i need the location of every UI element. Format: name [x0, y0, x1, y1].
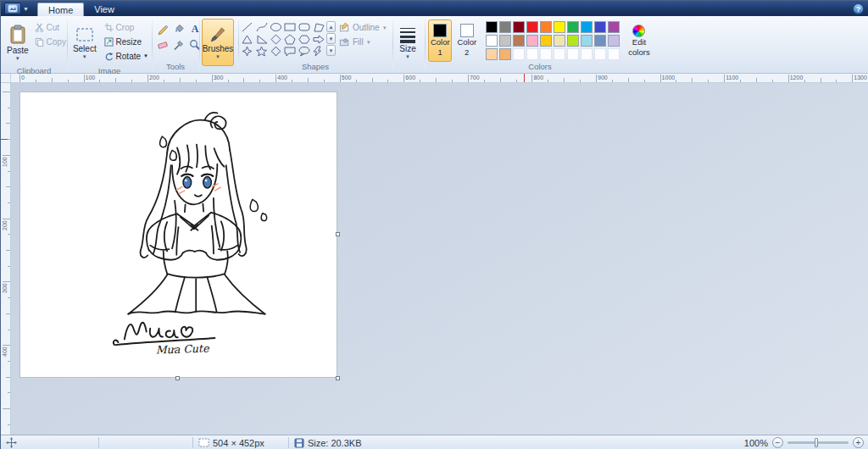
group-brushes: Brushes ▼ [201, 16, 236, 73]
canvas-resize-handle-bottom[interactable] [175, 376, 180, 380]
eyedropper-icon [173, 39, 185, 51]
palette-swatch[interactable] [581, 21, 593, 33]
status-bar: 504 × 452px Size: 20.3KB 100% − + [1, 435, 868, 449]
drawing-girl: Mưa Cute [20, 92, 337, 377]
canvas-area[interactable]: Mưa Cute [11, 83, 868, 435]
palette-swatch[interactable] [486, 21, 498, 33]
paste-dropdown-icon: ▼ [15, 56, 20, 61]
palette-swatch-empty[interactable] [567, 48, 579, 60]
zoom-controls: 100% − + [744, 435, 864, 449]
palette-swatch-empty[interactable] [608, 48, 620, 60]
palette-swatch[interactable] [554, 35, 565, 47]
fill-button[interactable]: Fill ▼ [339, 36, 387, 47]
palette-swatch-empty[interactable] [540, 48, 552, 60]
eraser-tool-button[interactable] [155, 37, 170, 53]
size-button[interactable]: Size ▼ [394, 19, 421, 66]
canvas-resize-handle-right[interactable] [336, 232, 340, 236]
palette-swatch[interactable] [581, 35, 593, 47]
palette-swatch[interactable] [499, 48, 511, 60]
outline-icon [339, 22, 350, 33]
group-label-shapes: Shapes [240, 62, 391, 73]
brushes-dropdown-icon: ▼ [215, 54, 220, 59]
group-label-tools: Tools [153, 62, 198, 73]
select-button[interactable]: Select ▼ [70, 19, 99, 66]
rotate-dropdown-icon: ▼ [143, 53, 148, 58]
palette-swatch[interactable] [486, 48, 498, 60]
help-button[interactable]: ? [853, 3, 864, 14]
tab-home[interactable]: Home [37, 3, 84, 16]
rotate-button[interactable]: Rotate ▼ [103, 50, 150, 62]
ribbon: Paste ▼ Cut [1, 16, 868, 74]
outline-button[interactable]: Outline ▼ [339, 22, 387, 33]
horizontal-ruler: 0100200300400500600700800900100011001200… [11, 74, 868, 83]
edit-colors-icon [632, 25, 645, 37]
paint-menu-button[interactable] [4, 3, 21, 14]
palette-swatch[interactable] [513, 35, 525, 47]
group-clipboard: Paste ▼ Cut [3, 16, 65, 73]
paste-button[interactable]: Paste ▼ [6, 19, 30, 66]
color2-button[interactable]: Color 2 [454, 19, 478, 62]
copy-icon [35, 37, 44, 47]
shapes-scroll-down-icon[interactable]: ▼ [326, 33, 336, 44]
palette-swatch[interactable] [526, 35, 538, 47]
pencil-tool-button[interactable] [155, 21, 170, 36]
fill-dropdown-icon: ▼ [366, 40, 371, 45]
palette-swatch[interactable] [608, 21, 620, 33]
palette-swatch[interactable] [594, 35, 606, 47]
fill-tool-button[interactable] [171, 21, 186, 36]
group-colors: Color 1 Color 2 Edit colors Colors [426, 16, 654, 73]
palette-swatch[interactable] [486, 35, 498, 47]
ribbon-tabs: Home View [37, 1, 125, 16]
palette-swatch-empty[interactable] [554, 48, 565, 60]
color-palette [486, 21, 620, 60]
palette-swatch-empty[interactable] [594, 48, 606, 60]
palette-swatch[interactable] [526, 21, 538, 33]
brushes-button[interactable]: Brushes ▼ [202, 19, 234, 66]
ruler-marker-h [524, 74, 525, 83]
file-size-icon [294, 438, 304, 448]
group-tools: A [153, 16, 198, 73]
palette-swatch[interactable] [608, 35, 620, 47]
palette-swatch[interactable] [554, 21, 565, 33]
palette-swatch-empty[interactable] [581, 48, 593, 60]
quick-access-toolbar: ▼ [1, 1, 32, 16]
color1-button[interactable]: Color 1 [428, 19, 452, 62]
cursor-position-icon [6, 437, 17, 448]
shapes-more-icon[interactable]: ▼ [326, 45, 336, 56]
palette-swatch-empty[interactable] [513, 48, 525, 60]
shapes-gallery[interactable] [240, 21, 326, 58]
file-size-text: Size: 20.3KB [308, 438, 362, 448]
crop-button[interactable]: Crop [103, 21, 150, 33]
zoom-slider[interactable] [787, 441, 849, 444]
pencil-icon [157, 23, 169, 35]
canvas-resize-handle-corner[interactable] [336, 376, 340, 380]
palette-swatch[interactable] [499, 21, 511, 33]
copy-button[interactable]: Copy [33, 36, 68, 47]
palette-swatch[interactable] [594, 21, 606, 33]
palette-swatch[interactable] [567, 35, 579, 47]
palette-swatch[interactable] [567, 21, 579, 33]
size-dropdown-icon: ▼ [405, 54, 410, 59]
palette-swatch[interactable] [513, 21, 525, 33]
fill-bucket-icon [173, 23, 185, 35]
cut-button[interactable]: Cut [33, 21, 68, 33]
color1-swatch [433, 24, 447, 37]
signature-text: Mưa Cute [156, 341, 211, 356]
resize-button[interactable]: Resize [103, 36, 150, 47]
zoom-slider-handle[interactable] [815, 438, 818, 447]
palette-swatch[interactable] [499, 35, 511, 47]
palette-swatch[interactable] [540, 35, 552, 47]
shapes-scroll-up-icon[interactable]: ▲ [326, 21, 336, 32]
color2-swatch [460, 24, 474, 37]
tab-view[interactable]: View [84, 3, 125, 16]
paint-canvas[interactable]: Mưa Cute [19, 91, 337, 378]
palette-swatch-empty[interactable] [526, 48, 538, 60]
vertical-ruler: 100200300400 [1, 83, 11, 435]
title-bar: ▼ Home View ? [1, 1, 868, 16]
zoom-in-button[interactable]: + [853, 437, 864, 448]
color-picker-tool-button[interactable] [171, 37, 186, 53]
edit-colors-button[interactable]: Edit colors [625, 19, 654, 62]
qat-dropdown-icon[interactable]: ▼ [23, 6, 29, 12]
zoom-out-button[interactable]: − [772, 437, 783, 448]
palette-swatch[interactable] [540, 21, 552, 33]
